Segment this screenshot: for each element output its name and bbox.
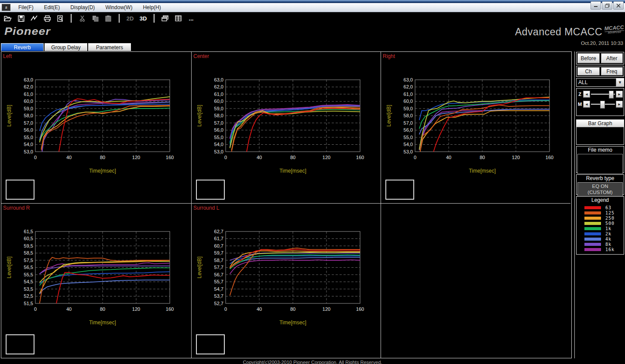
chart-cell-center: Center 53,054,055,056,057,058,059,060,06… <box>192 52 381 204</box>
tab-parameters[interactable]: Parameters <box>88 43 131 51</box>
close-icon <box>616 3 621 8</box>
series-16k <box>230 260 360 274</box>
view-3d-button[interactable]: 3D <box>139 14 148 22</box>
open-folder-icon <box>4 15 12 22</box>
legend-swatch <box>584 227 601 230</box>
svg-text:60,0: 60,0 <box>24 99 33 104</box>
svg-text:56,0: 56,0 <box>214 127 223 133</box>
legend-item-4k: 4k <box>584 236 624 242</box>
reverb-chart-svg: 53,054,055,056,057,058,059,060,061,062,0… <box>3 77 188 184</box>
zoom-move-sliders: Z◄►M◄► <box>576 88 624 116</box>
tab-group-delay[interactable]: Group Delay <box>45 43 87 51</box>
slider-left-arrow[interactable]: ◄ <box>583 91 590 98</box>
chart-grid: Left 53,054,055,056,057,058,059,060,061,… <box>1 51 572 358</box>
series-250 <box>40 260 170 293</box>
menu-item-window[interactable]: Window(W) <box>100 3 137 11</box>
ch-freq-group: Ch Freq <box>576 66 624 77</box>
cut-button[interactable] <box>78 14 86 22</box>
cascade-windows-button[interactable] <box>161 14 169 22</box>
edit-line-button[interactable] <box>30 14 38 22</box>
reverb-type-label: Reverb type <box>577 175 624 181</box>
more-tools-button[interactable]: ... <box>187 14 196 22</box>
print-button[interactable] <box>43 14 52 22</box>
slider-right-arrow[interactable]: ► <box>616 101 623 108</box>
product-title: Advanced MCACC <box>515 26 602 38</box>
minimize-icon <box>594 3 598 7</box>
reverb-chart-surround-r: 51,552,553,554,555,556,557,558,559,560,5… <box>3 229 188 335</box>
restore-button[interactable] <box>602 1 612 10</box>
close-button[interactable] <box>613 1 624 10</box>
svg-text:63,0: 63,0 <box>24 77 33 82</box>
channel-note-box <box>196 334 225 354</box>
channel-select[interactable]: ALL ▼ <box>576 78 624 87</box>
svg-text:56,7: 56,7 <box>214 272 223 277</box>
svg-text:57,7: 57,7 <box>214 265 223 270</box>
slider-track[interactable] <box>591 101 615 108</box>
svg-text:54,5: 54,5 <box>24 279 33 284</box>
menu-item-display[interactable]: Display(D) <box>65 3 100 11</box>
series-4k <box>230 257 360 269</box>
tab-reverb[interactable]: Reverb <box>1 43 44 51</box>
tile-grid-icon <box>175 15 182 21</box>
channel-note-box <box>196 180 225 200</box>
svg-text:Level[dB]: Level[dB] <box>196 256 203 278</box>
svg-text:55,0: 55,0 <box>214 135 223 140</box>
svg-text:53,7: 53,7 <box>214 293 223 299</box>
file-memo-field[interactable] <box>577 154 623 174</box>
svg-text:Level[dB]: Level[dB] <box>6 105 12 126</box>
scissors-icon <box>79 15 85 22</box>
slider-track[interactable] <box>591 91 615 98</box>
svg-text:58,5: 58,5 <box>24 250 33 255</box>
after-button[interactable]: After <box>601 53 623 63</box>
copy-button[interactable] <box>91 14 100 22</box>
legend-title: Legend <box>577 197 624 203</box>
legend-freq-label: 250 <box>605 216 615 221</box>
before-button[interactable]: Before <box>577 53 600 63</box>
legend-item-125: 125 <box>584 210 624 215</box>
window-controls <box>591 1 624 10</box>
legend-freq-label: 63 <box>605 205 611 210</box>
slider-right-arrow[interactable]: ► <box>616 91 623 98</box>
control-sidebar: Before After Ch Freq ALL ▼ Z◄►M◄► Bar Gr… <box>574 51 625 358</box>
svg-text:80: 80 <box>100 306 105 312</box>
series-16k <box>419 109 549 149</box>
save-button[interactable] <box>17 14 25 22</box>
menu-bar: S File(F)Edit(E)Display(D)Window(W)Help(… <box>0 3 625 12</box>
tile-windows-button[interactable] <box>174 14 182 22</box>
freq-button[interactable]: Freq <box>601 67 623 75</box>
view-2d-button[interactable]: 2D <box>126 14 134 22</box>
svg-text:60,0: 60,0 <box>214 99 223 104</box>
svg-text:53,0: 53,0 <box>214 149 223 154</box>
menu-item-help[interactable]: Help(H) <box>137 3 166 11</box>
ch-button[interactable]: Ch <box>577 67 600 75</box>
svg-text:Level[dB]: Level[dB] <box>6 256 12 278</box>
menu-item-file[interactable]: File(F) <box>13 3 39 11</box>
legend-swatch <box>584 243 601 246</box>
svg-text:61,0: 61,0 <box>404 92 413 97</box>
minimize-button[interactable] <box>591 1 601 10</box>
bar-graph-button[interactable]: Bar Graph <box>577 120 624 127</box>
reverb-chart-svg: 53,054,055,056,057,058,059,060,061,062,0… <box>383 77 568 184</box>
chart-cell-left: Left 53,054,055,056,057,058,059,060,061,… <box>1 52 192 204</box>
svg-text:59,0: 59,0 <box>404 106 413 111</box>
slider-label: M <box>577 102 582 107</box>
menu-item-edit[interactable]: Edit(E) <box>39 3 65 11</box>
paste-button[interactable] <box>104 14 113 22</box>
slider-left-arrow[interactable]: ◄ <box>583 101 590 108</box>
legend-item-1k: 1k <box>584 226 624 231</box>
legend-rows: 631252505001k2k4k8k16k <box>577 203 624 252</box>
svg-text:160: 160 <box>546 155 553 160</box>
svg-text:54,0: 54,0 <box>404 142 413 147</box>
reverb-type-value[interactable]: EQ ON (CUSTOM) <box>577 182 623 197</box>
svg-text:59,7: 59,7 <box>214 250 223 255</box>
print-preview-button[interactable] <box>56 14 65 22</box>
slider-thumb[interactable] <box>609 91 614 99</box>
slider-thumb[interactable] <box>600 101 605 109</box>
channel-label: Right <box>383 53 395 59</box>
svg-text:40: 40 <box>66 306 72 312</box>
legend-group: Legend 631252505001k2k4k8k16k <box>576 196 624 255</box>
open-file-button[interactable] <box>3 14 12 22</box>
chevron-down-icon[interactable]: ▼ <box>616 78 624 86</box>
svg-text:160: 160 <box>166 155 174 160</box>
svg-text:Level[dB]: Level[dB] <box>386 105 392 126</box>
